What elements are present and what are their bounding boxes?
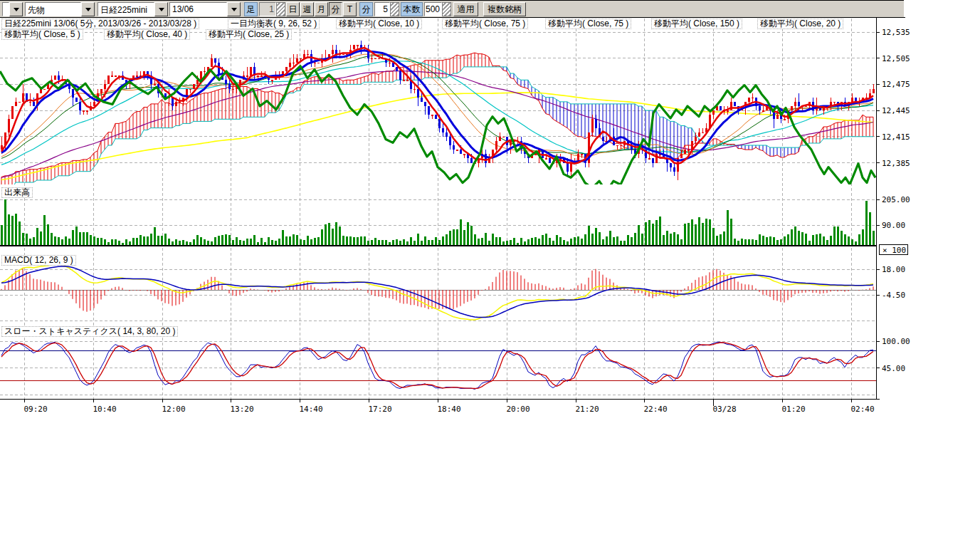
svg-text:02:40: 02:40 (850, 405, 874, 414)
svg-text:18.00: 18.00 (882, 265, 905, 274)
svg-text:205.00: 205.00 (882, 195, 910, 204)
svg-text:10:40: 10:40 (93, 405, 116, 414)
svg-text:100.00: 100.00 (882, 337, 910, 346)
chart-canvas: 12,53512,50512,47512,44512,41512,385205.… (0, 0, 980, 547)
svg-text:12,445: 12,445 (882, 106, 910, 115)
svg-text:45.00: 45.00 (882, 364, 905, 373)
svg-text:17:20: 17:20 (368, 405, 391, 414)
svg-text:03/28: 03/28 (712, 405, 736, 414)
svg-text:18:40: 18:40 (437, 405, 460, 414)
svg-text:12,475: 12,475 (882, 80, 910, 89)
svg-text:14:40: 14:40 (299, 405, 322, 414)
svg-text:12,505: 12,505 (882, 54, 910, 63)
svg-text:20:00: 20:00 (506, 405, 529, 414)
svg-text:90.00: 90.00 (882, 221, 905, 230)
moving-averages (1, 54, 873, 179)
svg-text:12,535: 12,535 (882, 28, 910, 37)
svg-text:09:20: 09:20 (23, 405, 47, 414)
svg-text:12:00: 12:00 (162, 405, 185, 414)
svg-text:22:40: 22:40 (643, 405, 667, 414)
svg-text:-4.50: -4.50 (882, 291, 905, 300)
svg-text:12,415: 12,415 (882, 132, 910, 142)
svg-text:21:20: 21:20 (575, 405, 599, 414)
svg-text:× 100: × 100 (882, 246, 906, 255)
gridlines (0, 19, 876, 399)
axes (0, 17, 905, 400)
svg-text:13:20: 13:20 (230, 405, 253, 414)
svg-text:12,385: 12,385 (882, 159, 910, 168)
svg-text:01:20: 01:20 (781, 405, 805, 414)
axis-labels: 12,53512,50512,47512,44512,41512,385205.… (23, 28, 910, 414)
